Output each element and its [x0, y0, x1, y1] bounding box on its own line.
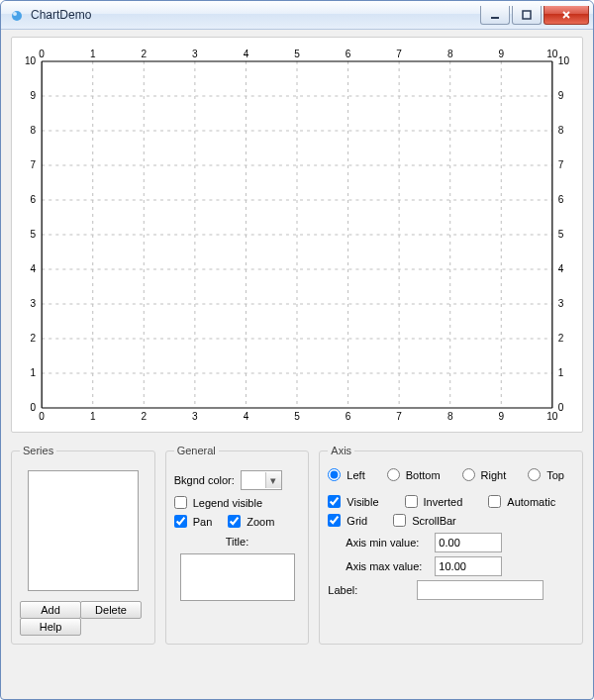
axis-inverted-checkbox[interactable]: Inverted [405, 495, 463, 508]
title-input[interactable] [180, 553, 295, 601]
svg-text:7: 7 [558, 159, 564, 170]
svg-text:5: 5 [294, 49, 300, 59]
axis-label-input[interactable] [417, 580, 544, 600]
chevron-down-icon: ▾ [265, 472, 281, 488]
svg-text:2: 2 [142, 49, 148, 59]
svg-text:10: 10 [546, 49, 558, 59]
svg-text:6: 6 [346, 49, 351, 59]
svg-text:9: 9 [498, 49, 504, 59]
svg-point-0 [12, 11, 22, 21]
svg-text:8: 8 [558, 125, 564, 136]
svg-text:5: 5 [31, 229, 37, 240]
maximize-button[interactable] [512, 6, 542, 25]
svg-text:9: 9 [498, 411, 504, 422]
app-icon [9, 7, 25, 23]
general-legend: General [174, 445, 219, 456]
chart-panel[interactable]: 0011223344556677889910100011223344556677… [11, 37, 583, 433]
svg-text:9: 9 [558, 90, 564, 101]
help-button[interactable]: Help [20, 618, 81, 636]
bkgnd-color-combo[interactable]: ▾ [241, 470, 282, 490]
svg-text:10: 10 [546, 411, 558, 422]
delete-button[interactable]: Delete [80, 601, 142, 619]
axis-min-label: Axis min value: [328, 537, 435, 549]
svg-text:7: 7 [31, 159, 37, 170]
series-legend: Series [20, 445, 56, 456]
axis-legend: Axis [328, 445, 354, 456]
axis-max-input[interactable] [435, 556, 502, 576]
svg-text:6: 6 [558, 194, 564, 205]
svg-text:4: 4 [558, 263, 564, 274]
svg-text:10: 10 [25, 55, 37, 66]
svg-text:7: 7 [396, 411, 402, 422]
svg-text:1: 1 [558, 367, 564, 378]
series-group: Series Add Delete Help [11, 445, 155, 645]
svg-text:3: 3 [192, 49, 198, 59]
svg-text:3: 3 [558, 298, 564, 309]
svg-text:2: 2 [142, 411, 148, 422]
axis-min-input[interactable] [435, 533, 502, 552]
svg-text:5: 5 [294, 411, 300, 422]
general-group: General Bkgnd color: ▾ Legend visible Pa… [165, 445, 310, 645]
svg-rect-3 [523, 11, 531, 19]
pan-checkbox[interactable]: Pan [174, 515, 213, 528]
legend-visible-checkbox[interactable]: Legend visible [174, 496, 262, 509]
svg-point-1 [13, 12, 17, 16]
svg-text:0: 0 [39, 411, 45, 422]
svg-text:2: 2 [558, 333, 564, 344]
chart-grid: 0011223344556677889910100011223344556677… [18, 44, 576, 426]
svg-text:9: 9 [31, 90, 37, 101]
axis-max-label: Axis max value: [328, 560, 435, 572]
svg-text:3: 3 [192, 411, 198, 422]
axis-left-radio[interactable]: Left [328, 468, 364, 481]
svg-text:1: 1 [90, 411, 96, 422]
zoom-checkbox[interactable]: Zoom [228, 515, 274, 528]
title-label: Title: [226, 536, 248, 548]
svg-text:5: 5 [558, 229, 564, 240]
svg-text:6: 6 [31, 194, 37, 205]
axis-label-label: Label: [328, 584, 417, 596]
svg-text:4: 4 [31, 263, 37, 274]
axis-top-radio[interactable]: Top [528, 468, 564, 481]
axis-grid-checkbox[interactable]: Grid [328, 514, 367, 527]
svg-text:7: 7 [396, 49, 402, 59]
minimize-button[interactable] [480, 6, 510, 25]
add-button[interactable]: Add [20, 601, 81, 619]
svg-text:0: 0 [31, 402, 37, 413]
series-listbox[interactable] [28, 470, 139, 591]
svg-text:2: 2 [31, 333, 37, 344]
titlebar: ChartDemo [1, 1, 593, 30]
svg-text:0: 0 [39, 49, 45, 59]
axis-bottom-radio[interactable]: Bottom [387, 468, 441, 481]
svg-text:8: 8 [447, 49, 453, 59]
svg-text:1: 1 [90, 49, 96, 59]
axis-group: Axis Left Bottom Right Top Visible Inver… [319, 445, 583, 645]
svg-text:8: 8 [31, 125, 37, 136]
svg-text:3: 3 [31, 298, 37, 309]
window-title: ChartDemo [31, 8, 478, 22]
axis-automatic-checkbox[interactable]: Automatic [488, 495, 555, 508]
svg-text:8: 8 [447, 411, 453, 422]
svg-text:10: 10 [558, 55, 570, 66]
svg-text:1: 1 [31, 367, 37, 378]
axis-right-radio[interactable]: Right [462, 468, 507, 481]
svg-rect-2 [491, 17, 499, 19]
axis-scrollbar-checkbox[interactable]: ScrollBar [393, 514, 456, 527]
svg-text:6: 6 [346, 411, 351, 422]
svg-text:0: 0 [558, 402, 564, 413]
close-button[interactable] [544, 6, 589, 25]
svg-text:4: 4 [244, 49, 249, 59]
bkgnd-color-label: Bkgnd color: [174, 474, 235, 486]
svg-text:4: 4 [244, 411, 249, 422]
axis-visible-checkbox[interactable]: Visible [328, 495, 378, 508]
